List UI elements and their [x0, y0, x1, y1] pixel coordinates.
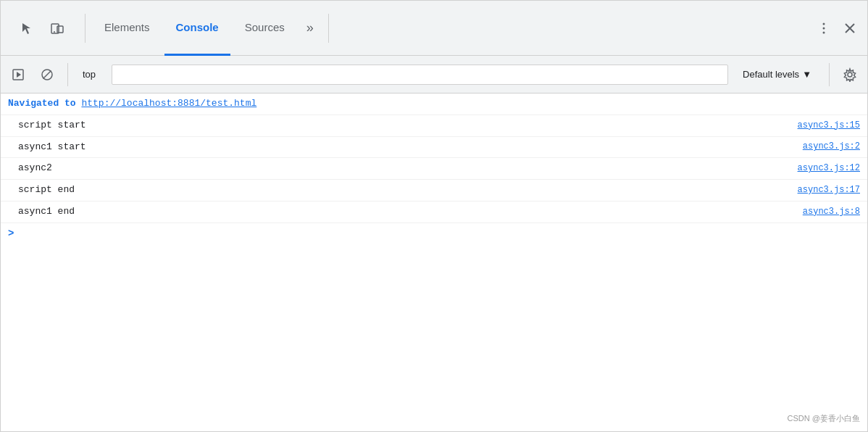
tab-sources[interactable]: Sources [233, 1, 296, 56]
toolbar-divider-2 [829, 63, 830, 86]
svg-point-3 [823, 22, 825, 25]
navigate-url-link[interactable]: http://localhost:8881/test.html [81, 98, 256, 109]
svg-point-4 [823, 27, 825, 29]
svg-marker-9 [17, 72, 21, 78]
console-prompt-symbol: > [8, 228, 14, 239]
watermark: CSDN @姜香小白鱼 [788, 413, 860, 424]
tab-console[interactable]: Console [164, 1, 230, 56]
console-log-text: script end [18, 183, 75, 198]
console-log-row: async1 start async3.js:2 [1, 137, 867, 159]
console-filter-input[interactable] [112, 65, 728, 85]
console-source-link[interactable]: async3.js:8 [803, 205, 860, 219]
console-log-text: async1 start [18, 140, 86, 155]
tab-separator-1 [85, 14, 85, 43]
toolbar-icons [7, 15, 78, 41]
device-toggle-btn[interactable] [44, 15, 70, 41]
console-log-text: script start [18, 118, 86, 133]
console-toolbar: top Default levels ▼ [1, 56, 867, 94]
navigate-prefix-text: Navigated to [8, 98, 81, 109]
console-log-row: script start async3.js:15 [1, 115, 867, 137]
console-log-text: async2 [18, 161, 52, 176]
console-source-link[interactable]: async3.js:17 [798, 183, 860, 197]
console-log-row: async2 async3.js:12 [1, 158, 867, 180]
console-input-line[interactable]: > [1, 223, 867, 244]
console-output: Navigated to http://localhost:8881/test.… [1, 94, 867, 431]
console-source-link[interactable]: async3.js:2 [803, 140, 860, 154]
clear-console-btn[interactable] [7, 63, 30, 86]
console-log-row: async1 end async3.js:8 [1, 202, 867, 223]
tab-bar: Elements Console Sources » [1, 1, 867, 56]
console-settings-btn[interactable] [838, 63, 861, 86]
console-context-label: top [77, 69, 106, 80]
svg-line-11 [43, 70, 51, 78]
close-devtools-btn[interactable] [838, 17, 861, 40]
navigate-message: Navigated to http://localhost:8881/test.… [1, 94, 867, 115]
more-options-btn[interactable] [812, 17, 835, 40]
console-log-row: script end async3.js:17 [1, 180, 867, 202]
console-source-link[interactable]: async3.js:15 [798, 119, 860, 133]
console-source-link[interactable]: async3.js:12 [798, 162, 860, 175]
tab-separator-2 [328, 14, 329, 43]
svg-point-12 [848, 72, 852, 77]
block-icon-btn[interactable] [36, 63, 59, 86]
tab-elements[interactable]: Elements [93, 1, 162, 56]
tab-bar-right [812, 17, 861, 40]
cursor-icon-btn[interactable] [14, 15, 40, 41]
toolbar-divider-1 [67, 63, 68, 86]
console-log-text: async1 end [18, 204, 75, 220]
svg-point-5 [823, 31, 825, 33]
default-levels-btn[interactable]: Default levels ▼ [734, 65, 820, 85]
tab-more-btn[interactable]: » [299, 1, 321, 56]
svg-rect-1 [57, 26, 63, 33]
